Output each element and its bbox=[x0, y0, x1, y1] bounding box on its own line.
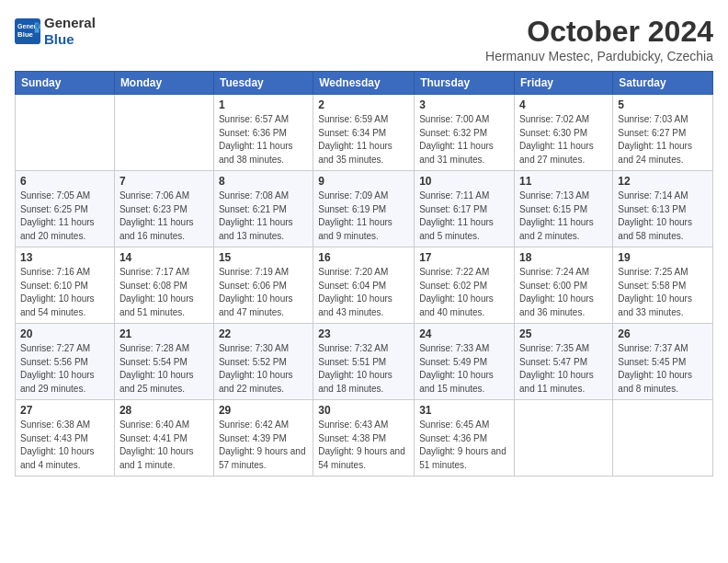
day-info: Sunrise: 7:24 AM Sunset: 6:00 PM Dayligh… bbox=[519, 266, 608, 319]
calendar-cell bbox=[16, 95, 115, 171]
calendar-cell: 29Sunrise: 6:42 AM Sunset: 4:39 PM Dayli… bbox=[213, 400, 313, 477]
weekday-header-wednesday: Wednesday bbox=[313, 72, 415, 95]
page-header: General Blue General Blue October 2024 H… bbox=[15, 15, 713, 63]
calendar-cell: 14Sunrise: 7:17 AM Sunset: 6:08 PM Dayli… bbox=[114, 247, 213, 324]
day-number: 31 bbox=[419, 404, 509, 417]
calendar-cell: 28Sunrise: 6:40 AM Sunset: 4:41 PM Dayli… bbox=[114, 400, 213, 477]
month-title: October 2024 bbox=[485, 15, 713, 49]
calendar-cell: 2Sunrise: 6:59 AM Sunset: 6:34 PM Daylig… bbox=[313, 95, 415, 171]
day-info: Sunrise: 7:03 AM Sunset: 6:27 PM Dayligh… bbox=[618, 113, 708, 167]
day-number: 14 bbox=[119, 251, 209, 264]
calendar-cell: 24Sunrise: 7:33 AM Sunset: 5:49 PM Dayli… bbox=[415, 324, 515, 400]
calendar-cell: 5Sunrise: 7:03 AM Sunset: 6:27 PM Daylig… bbox=[613, 95, 713, 171]
weekday-header-row: SundayMondayTuesdayWednesdayThursdayFrid… bbox=[16, 72, 713, 95]
weekday-header-saturday: Saturday bbox=[613, 72, 713, 95]
day-info: Sunrise: 7:28 AM Sunset: 5:54 PM Dayligh… bbox=[119, 342, 209, 396]
title-block: October 2024 Hermanuv Mestec, Pardubicky… bbox=[485, 15, 713, 63]
day-number: 9 bbox=[318, 175, 409, 188]
calendar-cell: 6Sunrise: 7:05 AM Sunset: 6:25 PM Daylig… bbox=[16, 171, 115, 247]
day-number: 16 bbox=[318, 251, 409, 264]
day-number: 4 bbox=[519, 98, 608, 111]
day-number: 30 bbox=[318, 404, 409, 417]
svg-text:Blue: Blue bbox=[17, 30, 34, 39]
weekday-header-monday: Monday bbox=[114, 72, 213, 95]
day-info: Sunrise: 6:59 AM Sunset: 6:34 PM Dayligh… bbox=[318, 113, 409, 167]
calendar-cell: 17Sunrise: 7:22 AM Sunset: 6:02 PM Dayli… bbox=[415, 247, 515, 324]
calendar-table: SundayMondayTuesdayWednesdayThursdayFrid… bbox=[15, 71, 713, 477]
day-number: 12 bbox=[618, 175, 708, 188]
day-info: Sunrise: 7:05 AM Sunset: 6:25 PM Dayligh… bbox=[20, 190, 109, 243]
logo-text-1: General bbox=[44, 15, 96, 31]
day-info: Sunrise: 7:25 AM Sunset: 5:58 PM Dayligh… bbox=[618, 266, 708, 319]
day-number: 19 bbox=[618, 251, 708, 264]
day-number: 5 bbox=[618, 98, 708, 111]
calendar-cell: 9Sunrise: 7:09 AM Sunset: 6:19 PM Daylig… bbox=[313, 171, 415, 247]
calendar-week-1: 1Sunrise: 6:57 AM Sunset: 6:36 PM Daylig… bbox=[16, 95, 713, 171]
calendar-cell: 25Sunrise: 7:35 AM Sunset: 5:47 PM Dayli… bbox=[515, 324, 613, 400]
calendar-cell: 8Sunrise: 7:08 AM Sunset: 6:21 PM Daylig… bbox=[213, 171, 313, 247]
calendar-cell: 31Sunrise: 6:45 AM Sunset: 4:36 PM Dayli… bbox=[415, 400, 515, 477]
day-number: 11 bbox=[519, 175, 608, 188]
weekday-header-friday: Friday bbox=[515, 72, 613, 95]
day-info: Sunrise: 6:40 AM Sunset: 4:41 PM Dayligh… bbox=[119, 419, 209, 472]
day-number: 27 bbox=[20, 404, 109, 417]
calendar-cell: 1Sunrise: 6:57 AM Sunset: 6:36 PM Daylig… bbox=[213, 95, 313, 171]
calendar-week-5: 27Sunrise: 6:38 AM Sunset: 4:43 PM Dayli… bbox=[16, 400, 713, 477]
calendar-cell: 23Sunrise: 7:32 AM Sunset: 5:51 PM Dayli… bbox=[313, 324, 415, 400]
day-info: Sunrise: 7:13 AM Sunset: 6:15 PM Dayligh… bbox=[519, 190, 608, 243]
day-info: Sunrise: 7:16 AM Sunset: 6:10 PM Dayligh… bbox=[20, 266, 109, 319]
day-number: 7 bbox=[119, 175, 209, 188]
weekday-header-sunday: Sunday bbox=[16, 72, 115, 95]
day-info: Sunrise: 6:42 AM Sunset: 4:39 PM Dayligh… bbox=[219, 419, 308, 472]
day-number: 15 bbox=[219, 251, 308, 264]
day-info: Sunrise: 7:22 AM Sunset: 6:02 PM Dayligh… bbox=[419, 266, 509, 319]
day-number: 26 bbox=[618, 327, 708, 340]
day-number: 22 bbox=[219, 327, 308, 340]
day-number: 17 bbox=[419, 251, 509, 264]
day-number: 23 bbox=[318, 327, 409, 340]
day-info: Sunrise: 6:57 AM Sunset: 6:36 PM Dayligh… bbox=[219, 113, 308, 167]
day-info: Sunrise: 6:38 AM Sunset: 4:43 PM Dayligh… bbox=[20, 419, 109, 472]
day-info: Sunrise: 7:08 AM Sunset: 6:21 PM Dayligh… bbox=[219, 190, 308, 243]
day-number: 21 bbox=[119, 327, 209, 340]
calendar-cell: 16Sunrise: 7:20 AM Sunset: 6:04 PM Dayli… bbox=[313, 247, 415, 324]
day-number: 2 bbox=[318, 98, 409, 111]
day-info: Sunrise: 7:37 AM Sunset: 5:45 PM Dayligh… bbox=[618, 342, 708, 396]
day-info: Sunrise: 6:43 AM Sunset: 4:38 PM Dayligh… bbox=[318, 419, 409, 472]
day-info: Sunrise: 7:35 AM Sunset: 5:47 PM Dayligh… bbox=[519, 342, 608, 396]
calendar-cell: 27Sunrise: 6:38 AM Sunset: 4:43 PM Dayli… bbox=[16, 400, 115, 477]
day-info: Sunrise: 7:33 AM Sunset: 5:49 PM Dayligh… bbox=[419, 342, 509, 396]
day-info: Sunrise: 7:17 AM Sunset: 6:08 PM Dayligh… bbox=[119, 266, 209, 319]
calendar-cell: 7Sunrise: 7:06 AM Sunset: 6:23 PM Daylig… bbox=[114, 171, 213, 247]
day-number: 29 bbox=[219, 404, 308, 417]
day-number: 25 bbox=[519, 327, 608, 340]
day-number: 1 bbox=[219, 98, 308, 111]
logo-text-2: Blue bbox=[44, 31, 96, 48]
day-info: Sunrise: 7:09 AM Sunset: 6:19 PM Dayligh… bbox=[318, 190, 409, 243]
calendar-cell: 10Sunrise: 7:11 AM Sunset: 6:17 PM Dayli… bbox=[415, 171, 515, 247]
weekday-header-tuesday: Tuesday bbox=[213, 72, 313, 95]
day-info: Sunrise: 7:11 AM Sunset: 6:17 PM Dayligh… bbox=[419, 190, 509, 243]
day-info: Sunrise: 7:20 AM Sunset: 6:04 PM Dayligh… bbox=[318, 266, 409, 319]
calendar-cell: 18Sunrise: 7:24 AM Sunset: 6:00 PM Dayli… bbox=[515, 247, 613, 324]
calendar-cell: 21Sunrise: 7:28 AM Sunset: 5:54 PM Dayli… bbox=[114, 324, 213, 400]
calendar-cell: 30Sunrise: 6:43 AM Sunset: 4:38 PM Dayli… bbox=[313, 400, 415, 477]
calendar-cell bbox=[515, 400, 613, 477]
calendar-cell: 26Sunrise: 7:37 AM Sunset: 5:45 PM Dayli… bbox=[613, 324, 713, 400]
day-number: 10 bbox=[419, 175, 509, 188]
calendar-cell: 4Sunrise: 7:02 AM Sunset: 6:30 PM Daylig… bbox=[515, 95, 613, 171]
calendar-cell: 19Sunrise: 7:25 AM Sunset: 5:58 PM Dayli… bbox=[613, 247, 713, 324]
calendar-cell bbox=[114, 95, 213, 171]
logo-icon: General Blue bbox=[15, 18, 40, 44]
day-info: Sunrise: 6:45 AM Sunset: 4:36 PM Dayligh… bbox=[419, 419, 509, 472]
calendar-cell: 13Sunrise: 7:16 AM Sunset: 6:10 PM Dayli… bbox=[16, 247, 115, 324]
calendar-cell: 11Sunrise: 7:13 AM Sunset: 6:15 PM Dayli… bbox=[515, 171, 613, 247]
day-info: Sunrise: 7:19 AM Sunset: 6:06 PM Dayligh… bbox=[219, 266, 308, 319]
day-number: 3 bbox=[419, 98, 509, 111]
calendar-cell: 12Sunrise: 7:14 AM Sunset: 6:13 PM Dayli… bbox=[613, 171, 713, 247]
day-number: 20 bbox=[20, 327, 109, 340]
location-subtitle: Hermanuv Mestec, Pardubicky, Czechia bbox=[485, 49, 713, 63]
calendar-week-3: 13Sunrise: 7:16 AM Sunset: 6:10 PM Dayli… bbox=[16, 247, 713, 324]
day-info: Sunrise: 7:14 AM Sunset: 6:13 PM Dayligh… bbox=[618, 190, 708, 243]
calendar-cell: 20Sunrise: 7:27 AM Sunset: 5:56 PM Dayli… bbox=[16, 324, 115, 400]
